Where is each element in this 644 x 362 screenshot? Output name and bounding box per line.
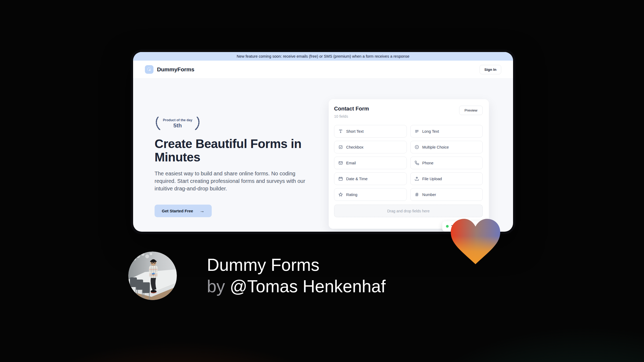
form-builder-card: Contact Form 10 fields Preview Short Tex… xyxy=(329,99,489,229)
field-type-number[interactable]: Number xyxy=(410,188,483,201)
caption: Dummy Forms by @Tomas Henkenhaf xyxy=(207,254,386,297)
field-type-long-text[interactable]: Long Text xyxy=(410,125,483,138)
short-text-icon xyxy=(338,129,343,134)
field-type-short-text[interactable]: Short Text xyxy=(334,125,407,138)
form-title-block: Contact Form 10 fields xyxy=(334,106,369,119)
phone-icon xyxy=(415,161,419,165)
get-started-button[interactable]: Get Started Free → xyxy=(155,205,212,217)
field-type-rating[interactable]: Rating xyxy=(334,188,407,201)
field-label: Phone xyxy=(422,161,434,165)
hero-left-column: Product of the day 5th Create Beautiful … xyxy=(155,116,332,217)
author-avatar-illustration xyxy=(128,252,177,300)
author-avatar xyxy=(128,252,177,300)
caption-title: Dummy Forms xyxy=(207,254,386,276)
hero-headline: Create Beautiful Forms in Minutes xyxy=(155,137,332,164)
caption-byline: by @Tomas Henkenhaf xyxy=(207,276,386,297)
product-of-the-day-text: Product of the day 5th xyxy=(163,118,192,129)
field-label: File Upload xyxy=(422,177,442,181)
drag-drop-zone[interactable]: Drag and drop fields here xyxy=(334,205,483,217)
site-header: DummyForms Sign In xyxy=(133,61,513,79)
field-type-phone[interactable]: Phone xyxy=(410,157,483,169)
long-text-icon xyxy=(415,129,419,134)
star-icon xyxy=(338,192,343,197)
dashed-selection-cursor-icon xyxy=(147,67,152,72)
field-label: Number xyxy=(422,193,436,197)
field-type-email[interactable]: Email xyxy=(334,157,407,169)
field-type-multiple-choice[interactable]: Multiple Choice xyxy=(410,141,483,153)
product-of-the-day-badge: Product of the day 5th xyxy=(155,116,201,130)
browser-window: New feature coming soon: receive emails … xyxy=(131,50,515,234)
checkbox-icon xyxy=(338,145,343,149)
preview-button[interactable]: Preview xyxy=(459,106,483,115)
brand-name: DummyForms xyxy=(157,66,194,73)
get-started-label: Get Started Free xyxy=(162,209,193,213)
field-type-grid: Short Text Long Text Checkbox xyxy=(334,125,483,201)
form-builder-header: Contact Form 10 fields Preview xyxy=(334,106,483,119)
brand: DummyForms xyxy=(145,65,194,74)
drag-drop-text: Drag and drop fields here xyxy=(387,209,430,213)
gradient-heart-icon xyxy=(450,217,501,266)
laurel-left-icon xyxy=(155,116,161,130)
field-label: Date & Time xyxy=(346,177,368,181)
field-label: Long Text xyxy=(422,129,439,134)
field-type-date-time[interactable]: Date & Time xyxy=(334,172,407,185)
envelope-icon xyxy=(338,161,343,165)
field-label: Short Text xyxy=(346,129,364,134)
field-label: Checkbox xyxy=(346,145,363,149)
announcement-banner: New feature coming soon: receive emails … xyxy=(133,52,513,61)
browser-window-content: New feature coming soon: receive emails … xyxy=(133,52,513,232)
potd-label: Product of the day xyxy=(163,118,192,122)
hero-section: Product of the day 5th Create Beautiful … xyxy=(133,79,513,232)
brand-logo-icon xyxy=(145,65,153,74)
upload-icon xyxy=(415,176,419,181)
calendar-icon xyxy=(338,176,343,181)
field-label: Multiple Choice xyxy=(422,145,449,149)
field-label: Rating xyxy=(346,193,357,197)
laurel-right-icon xyxy=(194,116,201,130)
field-type-checkbox[interactable]: Checkbox xyxy=(334,141,407,153)
field-type-file-upload[interactable]: File Upload xyxy=(410,172,483,185)
form-field-count: 10 fields xyxy=(334,114,369,119)
hero-description: The easiest way to build and share onlin… xyxy=(155,170,310,192)
arrow-right-icon: → xyxy=(200,208,204,214)
sign-in-button[interactable]: Sign In xyxy=(480,65,501,74)
caption-byline-handle: @Tomas Henkenhaf xyxy=(230,277,386,296)
green-status-dot-icon xyxy=(446,225,449,228)
form-title: Contact Form xyxy=(334,106,369,112)
radio-icon xyxy=(415,145,419,149)
caption-byline-prefix: by xyxy=(207,277,230,296)
hash-icon xyxy=(415,192,419,197)
potd-rank: 5th xyxy=(163,122,192,129)
field-label: Email xyxy=(346,161,356,165)
announcement-text: New feature coming soon: receive emails … xyxy=(237,54,409,58)
